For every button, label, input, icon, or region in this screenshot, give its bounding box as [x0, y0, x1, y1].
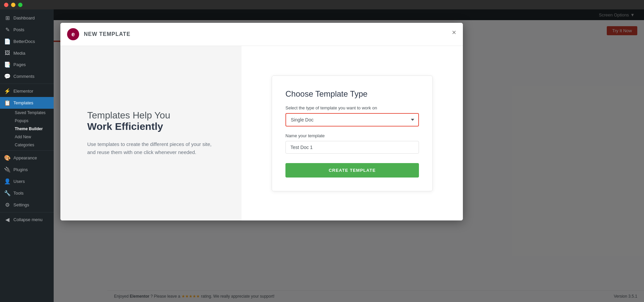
sidebar-sub-label-categories: Categories [15, 143, 34, 147]
modal-overlay: e NEW TEMPLATE × Templates Help You Work… [54, 9, 644, 302]
sidebar-label-comments: Comments [13, 74, 35, 79]
modal-heading-line2: Work Efficiently [87, 121, 215, 132]
main-content: Screen Options ▼ Theme Builder Add New I… [54, 9, 644, 302]
sidebar-label-pages: Pages [13, 62, 26, 67]
sidebar-label-templates: Templates [13, 100, 33, 105]
modal-description: Use templates to create the different pi… [87, 140, 215, 156]
template-name-group: Name your template [285, 133, 419, 154]
templates-icon: 📋 [4, 100, 11, 106]
sidebar-sub-label-saved: Saved Templates [15, 110, 46, 115]
sidebar-label-betterdocs: BetterDocs [13, 39, 35, 44]
sidebar-label-tools: Tools [13, 191, 23, 196]
form-card-title: Choose Template Type [285, 89, 419, 99]
mac-titlebar [0, 0, 644, 9]
sidebar-item-tools[interactable]: 🔧 Tools [0, 187, 54, 199]
mac-minimize-btn[interactable] [11, 3, 15, 7]
sidebar-item-betterdocs[interactable]: 📄 BetterDocs [0, 36, 54, 47]
dashboard-icon: ⊞ [4, 15, 11, 21]
sidebar-sub-label-add-new: Add New [15, 135, 31, 139]
elementor-logo: e [67, 28, 79, 40]
sidebar-item-settings[interactable]: ⚙ Settings [0, 199, 54, 211]
sidebar-divider-3 [0, 212, 54, 212]
sidebar-item-elementor[interactable]: ⚡ Elementor [0, 85, 54, 97]
betterdocs-icon: 📄 [4, 38, 11, 45]
create-template-button[interactable]: CREATE TEMPLATE [285, 163, 419, 178]
sidebar-label-dashboard: Dashboard [13, 15, 35, 20]
modal-header: e NEW TEMPLATE × [60, 23, 463, 46]
appearance-icon: 🎨 [4, 155, 11, 161]
modal-close-button[interactable]: × [450, 28, 458, 38]
mac-close-btn[interactable] [4, 3, 8, 7]
template-type-label: Select the type of template you want to … [285, 105, 419, 110]
sidebar-label-plugins: Plugins [13, 167, 28, 172]
sidebar-item-pages[interactable]: 📑 Pages [0, 59, 54, 70]
sidebar-item-users[interactable]: 👤 Users [0, 175, 54, 187]
modal-heading-line1: Templates Help You [87, 110, 170, 120]
sidebar-item-plugins[interactable]: 🔌 Plugins [0, 164, 54, 175]
template-name-label: Name your template [285, 133, 419, 138]
sidebar-divider-2 [0, 150, 54, 151]
modal-right-panel: Choose Template Type Select the type of … [241, 46, 463, 220]
elementor-icon: ⚡ [4, 88, 11, 94]
pages-icon: 📑 [4, 61, 11, 68]
logo-letter: e [71, 31, 75, 38]
sidebar-item-media[interactable]: 🖼 Media [0, 47, 54, 59]
plugins-icon: 🔌 [4, 166, 11, 173]
sidebar-label-media: Media [13, 51, 25, 56]
sidebar: ⊞ Dashboard ✎ Posts 📄 BetterDocs 🖼 Media… [0, 9, 54, 302]
comments-icon: 💬 [4, 73, 11, 80]
sidebar-label-users: Users [13, 179, 25, 184]
modal-left-content: Templates Help You Work Efficiently Use … [87, 110, 215, 156]
media-icon: 🖼 [4, 50, 11, 56]
sidebar-label-collapse: Collapse menu [13, 217, 43, 222]
sidebar-divider-1 [0, 84, 54, 84]
collapse-icon: ◀ [4, 216, 11, 223]
sidebar-sub-add-new[interactable]: Add New [0, 133, 54, 141]
mac-maximize-btn[interactable] [18, 3, 22, 7]
sidebar-item-comments[interactable]: 💬 Comments [0, 70, 54, 82]
sidebar-collapse-menu[interactable]: ◀ Collapse menu [0, 214, 54, 225]
modal-heading: Templates Help You Work Efficiently [87, 110, 215, 132]
modal-left-panel: Templates Help You Work Efficiently Use … [60, 46, 241, 220]
template-type-select[interactable]: Single Doc Page Section Popup Header Foo… [285, 113, 419, 127]
sidebar-sub-label-theme-builder: Theme Builder [15, 127, 43, 131]
sidebar-item-templates[interactable]: 📋 Templates [0, 97, 54, 109]
sidebar-label-elementor: Elementor [13, 89, 33, 94]
modal-body: Templates Help You Work Efficiently Use … [60, 46, 463, 220]
modal-title: NEW TEMPLATE [84, 31, 130, 37]
tools-icon: 🔧 [4, 190, 11, 196]
sidebar-label-appearance: Appearance [13, 155, 37, 160]
sidebar-item-dashboard[interactable]: ⊞ Dashboard [0, 12, 54, 24]
sidebar-sub-saved-templates[interactable]: Saved Templates [0, 109, 54, 117]
settings-icon: ⚙ [4, 202, 11, 208]
sidebar-label-settings: Settings [13, 202, 29, 207]
template-type-group: Select the type of template you want to … [285, 105, 419, 127]
sidebar-sub-theme-builder[interactable]: Theme Builder [0, 125, 54, 133]
sidebar-sub-label-popups: Popups [15, 118, 29, 123]
new-template-modal: e NEW TEMPLATE × Templates Help You Work… [60, 23, 463, 220]
sidebar-sub-popups[interactable]: Popups [0, 117, 54, 125]
template-name-input[interactable] [285, 141, 419, 154]
posts-icon: ✎ [4, 27, 11, 33]
users-icon: 👤 [4, 178, 11, 185]
sidebar-label-posts: Posts [13, 27, 24, 32]
sidebar-sub-categories[interactable]: Categories [0, 141, 54, 149]
sidebar-item-appearance[interactable]: 🎨 Appearance [0, 152, 54, 164]
sidebar-item-posts[interactable]: ✎ Posts [0, 24, 54, 36]
template-form-card: Choose Template Type Select the type of … [272, 76, 433, 191]
